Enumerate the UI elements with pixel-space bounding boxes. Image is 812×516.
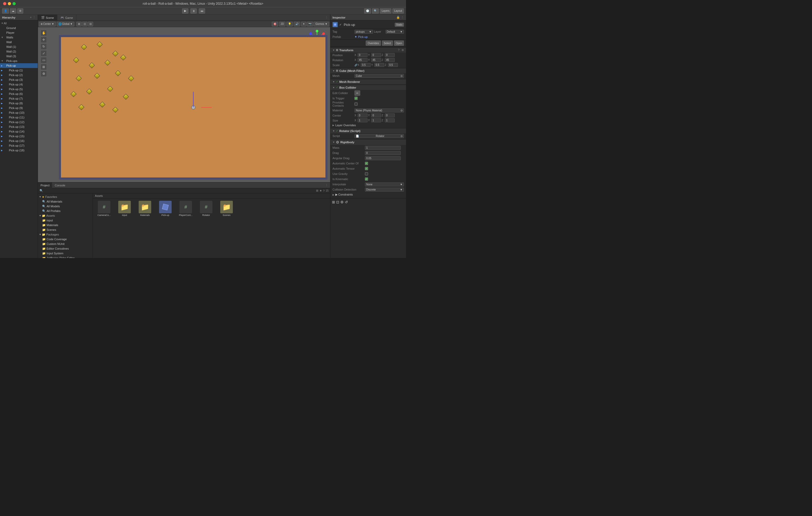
view-toggle[interactable]: 🎯 (272, 22, 278, 26)
mesh-filter-header[interactable]: ▼ ⊞ Cube (Mesh Filter) (330, 68, 406, 73)
pos-x-input[interactable] (357, 53, 368, 57)
cc-x-input[interactable] (357, 114, 368, 117)
hierarchy-menu-btn[interactable]: ⋮ (33, 16, 36, 19)
hand-tool[interactable]: ✋ (40, 30, 47, 36)
history-btn[interactable]: 🕐 (364, 8, 371, 13)
scale-y-input[interactable] (374, 63, 384, 67)
object-active-check[interactable]: ✓ (339, 23, 342, 26)
hierarchy-item-wall[interactable]: Wall (0, 40, 38, 44)
tool-btn-2[interactable]: ⊡ (82, 22, 87, 26)
tool-btn-1[interactable]: ⊞ (77, 22, 82, 26)
pkg-custom-nunit[interactable]: 📁 Custom NUnit (38, 242, 93, 246)
auto-tensor-checkbox[interactable]: ✓ (365, 167, 368, 170)
move-tool[interactable]: ✛ (40, 37, 47, 43)
hierarchy-item-pickup14[interactable]: ▶ Pick-up (14) (0, 129, 38, 134)
project-tool-2[interactable]: ★ (319, 189, 322, 192)
hierarchy-item-pickup1[interactable]: ▶ Pick-up (1) (0, 68, 38, 73)
hierarchy-item-all[interactable]: ▼ All (0, 21, 38, 26)
hierarchy-item-pickup7[interactable]: ▶ Pick-up (7) (0, 96, 38, 101)
assets-header[interactable]: ▼ 📁 Assets (38, 213, 93, 218)
tag-dropdown[interactable]: pickups ▼ (354, 30, 373, 34)
mesh-value-dropdown[interactable]: Cube ⊙ (354, 74, 404, 78)
cs-z-input[interactable] (385, 118, 395, 122)
packages-header[interactable]: ▼ 📁 Packages (38, 232, 93, 237)
assets-materials-folder[interactable]: 📁 Materials (38, 223, 93, 227)
hierarchy-item-walls[interactable]: ▼ Walls (0, 35, 38, 40)
layer-dropdown[interactable]: Default ▼ (385, 30, 404, 34)
pkg-jetbrains[interactable]: 📁 JetBrains Rider Editor (38, 256, 93, 258)
hierarchy-item-pickup5[interactable]: ▶ Pick-up (5) (0, 87, 38, 91)
transform-settings-icon[interactable]: ⚙ (402, 49, 404, 52)
tab-game[interactable]: 🎮 Game (57, 14, 77, 21)
scale-z-input[interactable] (388, 63, 398, 67)
hierarchy-item-pickup11[interactable]: ▶ Pick-up (11) (0, 115, 38, 120)
rect-tool[interactable]: ▭ (40, 57, 47, 63)
project-tool-1[interactable]: ⊞ (316, 189, 318, 192)
fx-btn[interactable]: ✦ (301, 22, 306, 26)
cc-z-input[interactable] (385, 114, 395, 117)
layout-btn[interactable]: Layout (393, 8, 404, 13)
search-btn[interactable]: 🔍 (372, 8, 379, 13)
fav-all-models[interactable]: 🔍 All Models (38, 204, 93, 209)
scale-x-input[interactable] (361, 63, 371, 67)
collision-detection-dropdown[interactable]: Discrete ▼ (365, 188, 404, 192)
transform-header[interactable]: ▼ ⊞ Transform ? ⚙ (330, 48, 406, 53)
assets-input-folder[interactable]: 📁 input (38, 218, 93, 223)
edit-collider-btn[interactable]: ✏ (354, 90, 360, 96)
pause-button[interactable]: ⏸ (191, 8, 197, 13)
select-btn[interactable]: Select (382, 40, 393, 46)
pkg-input-system[interactable]: 📁 Input System (38, 251, 93, 256)
asset-pickup-prefab[interactable]: Pick-up (156, 201, 174, 216)
hierarchy-item-pickups[interactable]: ▼ Pick-ups (0, 59, 38, 63)
transform-help-icon[interactable]: ? (398, 49, 400, 52)
audio-btn[interactable]: 🔊 (294, 22, 300, 26)
close-button[interactable] (3, 2, 6, 5)
settings-btn[interactable]: ⚙ (17, 8, 23, 13)
pos-y-input[interactable] (371, 53, 381, 57)
scene-cam-btn[interactable]: 📷 (307, 22, 313, 26)
inspector-lock-btn[interactable]: 🔒 (396, 16, 400, 19)
hierarchy-item-player[interactable]: Player (0, 30, 38, 35)
drag-input[interactable] (365, 151, 401, 155)
account-btn[interactable]: 👤 (2, 8, 9, 13)
tab-console[interactable]: Console (52, 182, 68, 188)
open-btn[interactable]: Open (394, 40, 404, 46)
hierarchy-item-pickup15[interactable]: ▶ Pick-up (15) (0, 134, 38, 139)
hierarchy-item-pickup2[interactable]: ▶ Pick-up (2) (0, 73, 38, 78)
script-value-dropdown[interactable]: 📄 Rotator ⊙ (354, 134, 404, 138)
hierarchy-item-wall1[interactable]: Wall (1) (0, 44, 38, 49)
2d-toggle[interactable]: 2D (279, 22, 286, 26)
gizmo-btn[interactable]: Gizmos ▼ (314, 22, 329, 26)
interpolate-dropdown[interactable]: None ▼ (365, 182, 404, 186)
tool-btn-3[interactable]: ⊟ (88, 22, 93, 26)
cs-x-input[interactable] (357, 118, 368, 122)
transform-tool[interactable]: ⊞ (40, 64, 47, 70)
material-dropdown[interactable]: None (Physic Material) ⊙ (354, 109, 404, 113)
window-controls[interactable] (3, 2, 16, 5)
angular-drag-input[interactable] (365, 156, 401, 160)
hierarchy-item-pickup12[interactable]: ▶ Pick-up (12) (0, 120, 38, 124)
scene-view[interactable]: ✋ ✛ ↻ ⤢ ▭ ⊞ ⚙ (38, 27, 330, 182)
hierarchy-item-pickup[interactable]: ▶ Pick-up (0, 63, 38, 68)
hierarchy-item-pickup10[interactable]: ▶ Pick-up (10) (0, 110, 38, 115)
fav-all-materials[interactable]: 🔍 All Materials (38, 199, 93, 204)
rot-x-input[interactable] (357, 58, 368, 62)
hierarchy-item-pickup9[interactable]: ▶ Pick-up (9) (0, 105, 38, 110)
custom-tool[interactable]: ⚙ (40, 70, 47, 77)
mass-input[interactable] (365, 146, 401, 150)
asset-scenes-folder[interactable]: 📁 Scenes (218, 201, 236, 216)
pkg-code-coverage[interactable]: 📁 Code Coverage (38, 237, 93, 242)
project-tool-3[interactable]: ? (323, 189, 325, 192)
overrides-btn[interactable]: Overrides (366, 40, 381, 46)
hierarchy-item-pickup17[interactable]: ▶ Pick-up (17) (0, 143, 38, 148)
rotate-tool[interactable]: ↻ (40, 43, 47, 50)
rot-y-input[interactable] (371, 58, 381, 62)
provides-contacts-checkbox[interactable] (354, 102, 357, 105)
rotator-header[interactable]: ▼ ✓ Rotator (Script) (330, 128, 406, 133)
hierarchy-item-pickup6[interactable]: ▶ Pick-up (6) (0, 91, 38, 96)
mesh-renderer-header[interactable]: ▼ ✓ Mesh Renderer (330, 79, 406, 84)
use-gravity-checkbox[interactable] (365, 172, 368, 175)
fav-all-prefabs[interactable]: 🔍 All Prefabs (38, 209, 93, 213)
assets-scenes-folder[interactable]: 📁 Scenes (38, 227, 93, 232)
hierarchy-item-pickup4[interactable]: ▶ Pick-up (4) (0, 82, 38, 87)
